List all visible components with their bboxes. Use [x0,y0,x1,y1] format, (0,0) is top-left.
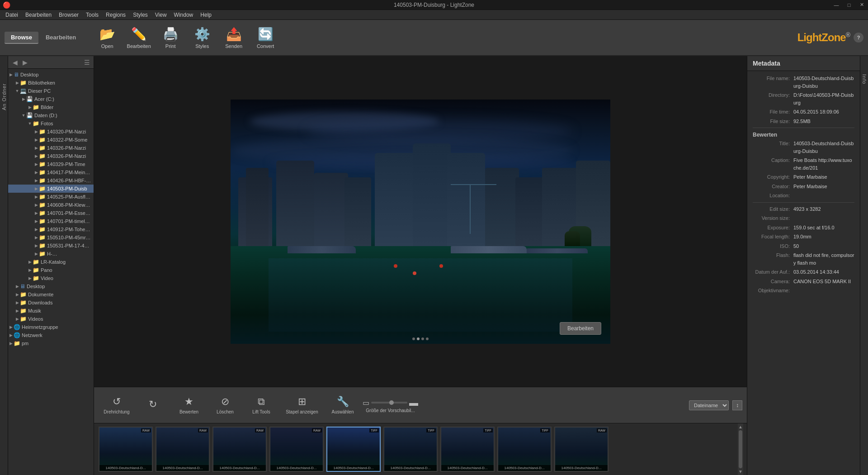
tree-item-29[interactable]: ▶📁Musik [8,307,94,315]
rotate-right-button[interactable]: ↻ [135,390,171,421]
tree-item-20[interactable]: ▶📁150510-PM-45mr… [8,233,94,242]
select-button[interactable]: 🔧 Auswählen [325,390,361,421]
edit-button[interactable]: Bearbeiten [39,32,82,44]
left-sidebar-tab[interactable]: An Ordner [0,56,8,475]
lift-tools-button[interactable]: ⧉ Lift Tools [243,390,279,421]
thumb-type-6: TIFF [483,428,493,432]
thumbnail-8[interactable]: RAW 140503-Deutschland-D... [554,427,609,472]
tree-item-32[interactable]: ▶🌐Netzwerk [8,331,94,339]
tree-arrow: ▶ [33,252,39,256]
size-button[interactable]: ▭ ▬ Größe der Vorschaubil... [361,390,420,421]
bearbeiten-button[interactable]: ✏️ Bearbeiten [123,22,155,53]
right-sidebar-tab[interactable]: Info [860,56,868,475]
thumbnail-0[interactable]: RAW 140503-Deutschland-D... [99,427,153,472]
tree-item-icon-13: 📁 [39,177,46,184]
convert-icon: 🔄 [258,27,274,42]
tree-item-4[interactable]: ▶📁Bilder [8,103,94,111]
tree-item-8[interactable]: ▶📁140322-PM-Some [8,136,94,144]
tree-item-icon-19: 📁 [39,226,46,233]
tree-arrow: ▶ [33,162,39,166]
tree-item-25[interactable]: ▶📁Video [8,274,94,282]
close-button[interactable]: ✕ [855,0,868,10]
menu-styles[interactable]: Styles [129,11,151,19]
nav-forward-button[interactable]: ▶ [21,58,29,66]
menu-browser[interactable]: Browser [55,11,82,19]
menu-bearbeiten[interactable]: Bearbeiten [22,11,55,19]
tree-item-0[interactable]: ▶🖥Desktop [8,71,94,79]
minimize-button[interactable]: — [830,0,843,10]
scroll-dot-active [417,337,420,340]
tree-item-2[interactable]: ▼💻Dieser PC [8,87,94,95]
main-area: An Ordner ◀ ▶ ☰ ▶🖥Desktop▶📁Bibliotheken▼… [0,56,868,475]
convert-button[interactable]: 🔄 Convert [250,22,281,53]
logo-text: LightZone [797,31,846,43]
tree-item-14[interactable]: ▶📁140503-PM-Duisb [8,185,94,193]
menu-help[interactable]: Help [197,11,215,19]
tree-item-21[interactable]: ▶📁150531-PM-17-4… [8,242,94,250]
menu-window[interactable]: Window [170,11,197,19]
tree-item-13[interactable]: ▶📁140426-PM-HBF-… [8,176,94,185]
size-slider[interactable] [371,402,407,404]
thumbnail-4[interactable]: TIFF 140503-Deutschland-D... [326,427,381,472]
delete-button[interactable]: ⊘ Löschen [207,390,243,421]
thumb-label-0: 140503-Deutschland-D... [99,465,152,471]
sort-select[interactable]: Dateiname Datum Größe Typ [689,400,729,410]
tree-arrow: ▶ [33,138,39,142]
tree-item-22[interactable]: ▶📁H-… [8,250,94,258]
tree-item-30[interactable]: ▶📁Videos [8,315,94,323]
tree-item-27[interactable]: ▶📁Dokumente [8,290,94,299]
thumbnail-5[interactable]: TIFF 140503-Deutschland-D... [383,427,438,472]
tree-item-26[interactable]: ▶🖥Desktop [8,282,94,290]
tree-item-3[interactable]: ▶💾Acer (C:) [8,95,94,103]
thumbnail-7[interactable]: TIFF 140503-Deutschland-D... [497,427,552,472]
tree-item-icon-16: 📁 [39,202,46,208]
tree-item-icon-9: 📁 [39,145,46,151]
strip-scrollbar[interactable]: ▲ ▼ [738,423,743,475]
styles-button[interactable]: ⚙️ Styles [186,22,218,53]
thumbnail-3[interactable]: RAW 140503-Deutschland-D... [269,427,324,472]
thumbnail-2[interactable]: RAW 140503-Deutschland-D... [212,427,267,472]
menu-tools[interactable]: Tools [82,11,102,19]
tree-item-28[interactable]: ▶📁Downloads [8,299,94,307]
tree-item-icon-21: 📁 [39,242,46,249]
tree-item-31[interactable]: ▶🌐Heimnetzgruppe [8,323,94,331]
maximize-button[interactable]: □ [843,0,855,10]
tree-item-17[interactable]: ▶📁140701-PM-Esse… [8,209,94,217]
tree-item-11[interactable]: ▶📁140329-PM-Time [8,160,94,168]
thumbnail-6[interactable]: TIFF 140503-Deutschland-D... [440,427,495,472]
stack-button[interactable]: ⊞ Stapel anzeigen [279,390,325,421]
tree-item-5[interactable]: ▼💾Daten (D:) [8,111,94,119]
nav-menu-button[interactable]: ☰ [83,58,91,66]
open-button[interactable]: 📂 Open [91,22,123,53]
tree-item-7[interactable]: ▶📁140320-PM-Narzi [8,128,94,136]
senden-button[interactable]: 📤 Senden [218,22,250,53]
sort-order-button[interactable]: ↕ [732,400,742,410]
tree-item-16[interactable]: ▶📁140608-PM-Klew… [8,201,94,209]
rate-button[interactable]: ★ Bewerten [171,390,207,421]
tree-item-19[interactable]: ▶📁140912-PM-Tohe… [8,225,94,233]
rotate-left-button[interactable]: ↺ Drehrichtung [99,390,135,421]
tree-item-label-33: pm [22,341,28,346]
strip-scroll-down[interactable]: ▼ [738,469,743,474]
tree-item-18[interactable]: ▶📁140701-PM-timel… [8,217,94,225]
help-button[interactable]: ? [854,33,863,43]
tree-item-12[interactable]: ▶📁140417-PM-Mein… [8,168,94,176]
thumbnail-1[interactable]: RAW 140503-Deutschland-D... [156,427,210,472]
nav-back-button[interactable]: ◀ [11,58,19,66]
browse-button[interactable]: Browse [5,32,38,44]
menu-regions[interactable]: Regions [102,11,129,19]
print-button[interactable]: 🖨️ Print [155,22,186,53]
tree-item-1[interactable]: ▶📁Bibliotheken [8,79,94,87]
preview-edit-button[interactable]: Bearbeiten [560,322,601,335]
menu-datei[interactable]: Datei [2,11,22,19]
tree-item-24[interactable]: ▶📁Pano [8,266,94,274]
tree-item-15[interactable]: ▶📁140525-PM-Ausfl… [8,193,94,201]
caption-value: Five Boats http://www.tuxoche.de/201 [793,157,854,171]
tree-item-33[interactable]: ▶📁pm [8,339,94,347]
menu-view[interactable]: View [151,11,170,19]
tree-item-10[interactable]: ▶📁140326-PM-Narzi [8,152,94,160]
strip-scroll-up[interactable]: ▲ [738,424,743,429]
tree-item-9[interactable]: ▶📁140326-PM-Narzi [8,144,94,152]
tree-item-6[interactable]: ▼📁Fotos [8,119,94,128]
tree-item-23[interactable]: ▶📁LR-Katalog [8,258,94,266]
